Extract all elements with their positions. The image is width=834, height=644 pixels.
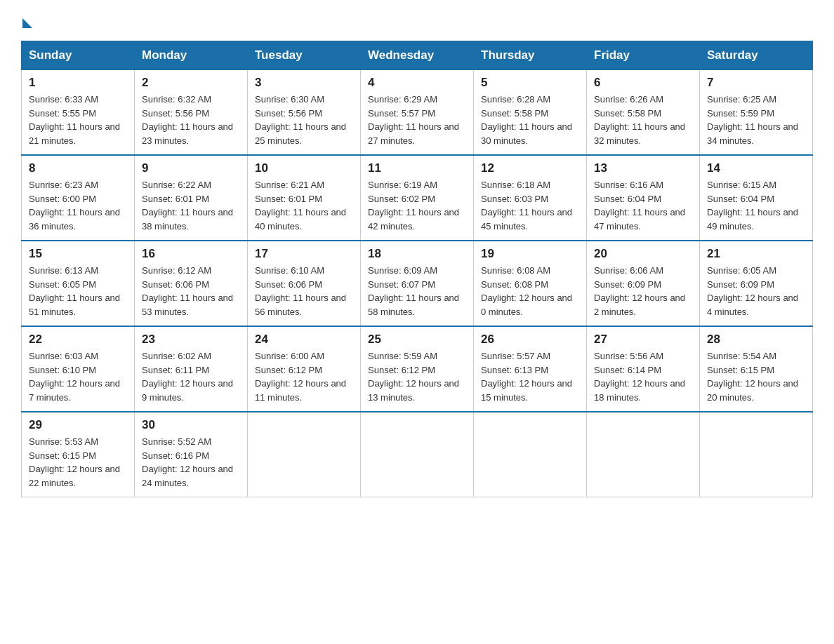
calendar-cell: 23Sunrise: 6:02 AMSunset: 6:11 PMDayligh…	[135, 326, 248, 412]
day-info: Sunrise: 5:53 AMSunset: 6:15 PMDaylight:…	[29, 435, 127, 490]
calendar-cell: 19Sunrise: 6:08 AMSunset: 6:08 PMDayligh…	[474, 241, 587, 326]
day-number: 7	[707, 76, 805, 90]
day-number: 3	[255, 76, 353, 90]
day-number: 19	[481, 247, 579, 261]
day-number: 25	[368, 333, 466, 347]
calendar-week-row: 29Sunrise: 5:53 AMSunset: 6:15 PMDayligh…	[22, 412, 813, 497]
calendar-cell	[248, 412, 361, 497]
col-header-monday: Monday	[135, 41, 248, 70]
calendar-cell: 30Sunrise: 5:52 AMSunset: 6:16 PMDayligh…	[135, 412, 248, 497]
calendar-cell: 20Sunrise: 6:06 AMSunset: 6:09 PMDayligh…	[587, 241, 700, 326]
day-info: Sunrise: 6:21 AMSunset: 6:01 PMDaylight:…	[255, 178, 353, 233]
calendar-cell	[700, 412, 813, 497]
page-header	[21, 14, 813, 28]
day-info: Sunrise: 6:32 AMSunset: 5:56 PMDaylight:…	[142, 93, 240, 147]
calendar-cell: 15Sunrise: 6:13 AMSunset: 6:05 PMDayligh…	[22, 241, 135, 326]
day-info: Sunrise: 5:57 AMSunset: 6:13 PMDaylight:…	[481, 349, 579, 404]
day-info: Sunrise: 6:10 AMSunset: 6:06 PMDaylight:…	[255, 264, 353, 318]
day-info: Sunrise: 6:19 AMSunset: 6:02 PMDaylight:…	[368, 178, 466, 233]
calendar-cell: 24Sunrise: 6:00 AMSunset: 6:12 PMDayligh…	[248, 326, 361, 412]
calendar-cell	[361, 412, 474, 497]
day-number: 22	[29, 333, 127, 347]
day-info: Sunrise: 6:25 AMSunset: 5:59 PMDaylight:…	[707, 93, 805, 147]
day-info: Sunrise: 6:05 AMSunset: 6:09 PMDaylight:…	[707, 264, 805, 318]
day-number: 10	[255, 161, 353, 175]
calendar-cell: 29Sunrise: 5:53 AMSunset: 6:15 PMDayligh…	[22, 412, 135, 497]
calendar-cell: 4Sunrise: 6:29 AMSunset: 5:57 PMDaylight…	[361, 70, 474, 156]
day-number: 29	[29, 418, 127, 432]
day-number: 13	[594, 161, 692, 175]
day-number: 12	[481, 161, 579, 175]
day-number: 11	[368, 161, 466, 175]
day-info: Sunrise: 6:13 AMSunset: 6:05 PMDaylight:…	[29, 264, 127, 318]
calendar-cell: 11Sunrise: 6:19 AMSunset: 6:02 PMDayligh…	[361, 155, 474, 241]
logo	[21, 14, 32, 28]
day-number: 6	[594, 76, 692, 90]
day-info: Sunrise: 5:56 AMSunset: 6:14 PMDaylight:…	[594, 349, 692, 404]
calendar-cell: 14Sunrise: 6:15 AMSunset: 6:04 PMDayligh…	[700, 155, 813, 241]
col-header-thursday: Thursday	[474, 41, 587, 70]
day-number: 27	[594, 333, 692, 347]
day-info: Sunrise: 5:54 AMSunset: 6:15 PMDaylight:…	[707, 349, 805, 404]
day-number: 4	[368, 76, 466, 90]
day-info: Sunrise: 5:59 AMSunset: 6:12 PMDaylight:…	[368, 349, 466, 404]
day-info: Sunrise: 6:00 AMSunset: 6:12 PMDaylight:…	[255, 349, 353, 404]
day-info: Sunrise: 6:03 AMSunset: 6:10 PMDaylight:…	[29, 349, 127, 404]
day-number: 5	[481, 76, 579, 90]
day-number: 1	[29, 76, 127, 90]
calendar-week-row: 1Sunrise: 6:33 AMSunset: 5:55 PMDaylight…	[22, 70, 813, 156]
day-info: Sunrise: 6:26 AMSunset: 5:58 PMDaylight:…	[594, 93, 692, 147]
calendar-cell: 26Sunrise: 5:57 AMSunset: 6:13 PMDayligh…	[474, 326, 587, 412]
calendar-cell: 16Sunrise: 6:12 AMSunset: 6:06 PMDayligh…	[135, 241, 248, 326]
day-number: 21	[707, 247, 805, 261]
day-info: Sunrise: 6:18 AMSunset: 6:03 PMDaylight:…	[481, 178, 579, 233]
calendar-cell: 17Sunrise: 6:10 AMSunset: 6:06 PMDayligh…	[248, 241, 361, 326]
day-info: Sunrise: 6:22 AMSunset: 6:01 PMDaylight:…	[142, 178, 240, 233]
calendar-cell	[474, 412, 587, 497]
day-number: 14	[707, 161, 805, 175]
calendar-cell: 22Sunrise: 6:03 AMSunset: 6:10 PMDayligh…	[22, 326, 135, 412]
day-info: Sunrise: 6:12 AMSunset: 6:06 PMDaylight:…	[142, 264, 240, 318]
calendar-week-row: 15Sunrise: 6:13 AMSunset: 6:05 PMDayligh…	[22, 241, 813, 326]
day-number: 15	[29, 247, 127, 261]
day-number: 26	[481, 333, 579, 347]
col-header-saturday: Saturday	[700, 41, 813, 70]
day-info: Sunrise: 5:52 AMSunset: 6:16 PMDaylight:…	[142, 435, 240, 490]
day-number: 17	[255, 247, 353, 261]
day-number: 8	[29, 161, 127, 175]
calendar-cell: 27Sunrise: 5:56 AMSunset: 6:14 PMDayligh…	[587, 326, 700, 412]
calendar-cell: 28Sunrise: 5:54 AMSunset: 6:15 PMDayligh…	[700, 326, 813, 412]
day-info: Sunrise: 6:30 AMSunset: 5:56 PMDaylight:…	[255, 93, 353, 147]
calendar-cell: 3Sunrise: 6:30 AMSunset: 5:56 PMDaylight…	[248, 70, 361, 156]
day-number: 24	[255, 333, 353, 347]
day-number: 28	[707, 333, 805, 347]
day-info: Sunrise: 6:29 AMSunset: 5:57 PMDaylight:…	[368, 93, 466, 147]
day-number: 23	[142, 333, 240, 347]
col-header-tuesday: Tuesday	[248, 41, 361, 70]
calendar-cell: 1Sunrise: 6:33 AMSunset: 5:55 PMDaylight…	[22, 70, 135, 156]
calendar-week-row: 22Sunrise: 6:03 AMSunset: 6:10 PMDayligh…	[22, 326, 813, 412]
col-header-sunday: Sunday	[22, 41, 135, 70]
calendar-cell: 5Sunrise: 6:28 AMSunset: 5:58 PMDaylight…	[474, 70, 587, 156]
logo-triangle-icon	[22, 18, 32, 28]
calendar-cell: 2Sunrise: 6:32 AMSunset: 5:56 PMDaylight…	[135, 70, 248, 156]
day-info: Sunrise: 6:15 AMSunset: 6:04 PMDaylight:…	[707, 178, 805, 233]
day-number: 30	[142, 418, 240, 432]
day-info: Sunrise: 6:09 AMSunset: 6:07 PMDaylight:…	[368, 264, 466, 318]
day-info: Sunrise: 6:33 AMSunset: 5:55 PMDaylight:…	[29, 93, 127, 147]
calendar-cell: 8Sunrise: 6:23 AMSunset: 6:00 PMDaylight…	[22, 155, 135, 241]
calendar-week-row: 8Sunrise: 6:23 AMSunset: 6:00 PMDaylight…	[22, 155, 813, 241]
calendar-cell: 25Sunrise: 5:59 AMSunset: 6:12 PMDayligh…	[361, 326, 474, 412]
calendar-cell: 7Sunrise: 6:25 AMSunset: 5:59 PMDaylight…	[700, 70, 813, 156]
day-info: Sunrise: 6:28 AMSunset: 5:58 PMDaylight:…	[481, 93, 579, 147]
calendar-cell: 21Sunrise: 6:05 AMSunset: 6:09 PMDayligh…	[700, 241, 813, 326]
calendar-cell: 10Sunrise: 6:21 AMSunset: 6:01 PMDayligh…	[248, 155, 361, 241]
day-number: 2	[142, 76, 240, 90]
calendar-cell: 6Sunrise: 6:26 AMSunset: 5:58 PMDaylight…	[587, 70, 700, 156]
col-header-friday: Friday	[587, 41, 700, 70]
day-number: 20	[594, 247, 692, 261]
calendar-table: SundayMondayTuesdayWednesdayThursdayFrid…	[21, 41, 813, 497]
day-info: Sunrise: 6:08 AMSunset: 6:08 PMDaylight:…	[481, 264, 579, 318]
col-header-wednesday: Wednesday	[361, 41, 474, 70]
calendar-cell: 9Sunrise: 6:22 AMSunset: 6:01 PMDaylight…	[135, 155, 248, 241]
